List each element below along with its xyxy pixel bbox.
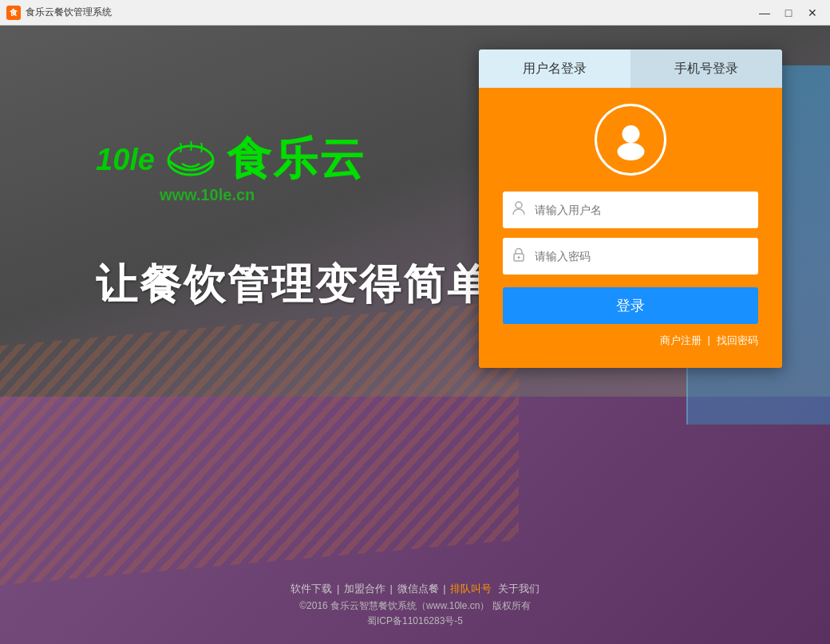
window-controls: — □ ✕: [753, 5, 824, 21]
footer-link-franchise[interactable]: 加盟合作: [344, 583, 385, 595]
footer: 软件下载 | 加盟合作 | 微信点餐 | 排队叫号 关于我们 ©2016 食乐云…: [0, 582, 830, 628]
footer-link-download[interactable]: 软件下载: [290, 583, 332, 595]
minimize-button[interactable]: —: [753, 5, 776, 21]
password-input-group: [503, 238, 758, 275]
forgot-link[interactable]: 找回密码: [717, 334, 758, 348]
close-button[interactable]: ✕: [801, 5, 824, 21]
lock-icon: [512, 247, 528, 265]
logo-bowl-icon: [163, 138, 219, 182]
login-links: 商户注册 | 找回密码: [503, 334, 758, 348]
logo-cn-text: 食乐云: [227, 129, 366, 190]
tab-username[interactable]: 用户名登录: [479, 49, 630, 88]
login-body: 登录 商户注册 | 找回密码: [479, 88, 782, 368]
login-tabs: 用户名登录 手机号登录: [479, 49, 782, 88]
username-input-group: [503, 192, 758, 228]
login-card: 用户名登录 手机号登录: [479, 49, 782, 368]
app-title: 食乐云餐饮管理系统: [26, 6, 112, 19]
logo-url: www.10le.cn: [160, 186, 255, 204]
main-content: 10le 食乐云 www.10le.cn 让餐饮管理变得简单: [0, 26, 830, 644]
footer-link-queue[interactable]: 排队叫号: [450, 583, 492, 595]
password-input[interactable]: [535, 250, 749, 263]
logo-area: 10le 食乐云 www.10le.cn: [96, 129, 366, 204]
footer-link-wechat[interactable]: 微信点餐: [397, 583, 439, 595]
avatar-wrapper: [503, 104, 758, 176]
svg-point-1: [622, 125, 639, 143]
login-button[interactable]: 登录: [503, 287, 758, 324]
user-icon: [512, 201, 528, 219]
footer-icp: 蜀ICP备11016283号-5: [0, 614, 830, 628]
title-bar-left: 食 食乐云餐饮管理系统: [6, 6, 112, 20]
register-link[interactable]: 商户注册: [660, 334, 702, 348]
svg-point-3: [516, 202, 522, 208]
slogan: 让餐饮管理变得简单: [96, 257, 491, 313]
tab-phone[interactable]: 手机号登录: [630, 49, 782, 88]
user-avatar-icon: [609, 118, 653, 162]
footer-copyright: ©2016 食乐云智慧餐饮系统（www.10le.cn） 版权所有: [0, 599, 830, 613]
footer-link-about[interactable]: 关于我们: [498, 583, 540, 595]
logo-row: 10le 食乐云: [96, 129, 366, 190]
bg-stripe: [0, 300, 519, 588]
title-bar: 食 食乐云餐饮管理系统 — □ ✕: [0, 0, 830, 26]
svg-point-5: [518, 256, 520, 259]
svg-point-2: [617, 143, 644, 160]
link-separator: |: [708, 334, 710, 348]
footer-links: 软件下载 | 加盟合作 | 微信点餐 | 排队叫号 关于我们: [0, 582, 830, 596]
username-input[interactable]: [535, 203, 749, 216]
app-icon: 食: [6, 6, 21, 20]
logo-number: 10le: [96, 143, 155, 177]
maximize-button[interactable]: □: [777, 5, 800, 21]
avatar: [595, 104, 666, 176]
